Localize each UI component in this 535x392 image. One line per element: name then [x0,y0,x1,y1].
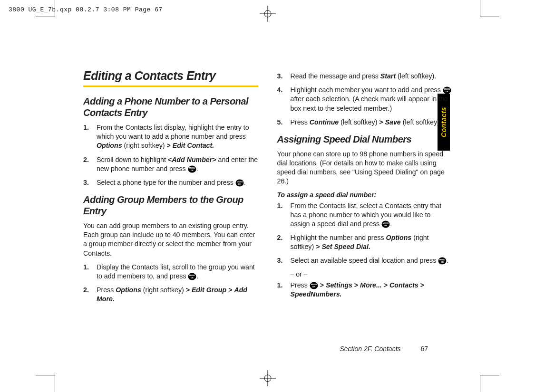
sd-step-3: Select an available speed dial location … [277,256,452,265]
menu-ok-icon: MENUOK [443,86,451,95]
footer-page-number: 67 [420,345,428,353]
subhead-add-phone: Adding a Phone Number to a Personal Cont… [83,96,258,118]
subhead-speed-dial: Assigning Speed Dial Numbers [277,134,452,145]
group-step-1: Display the Contacts list, scroll to the… [83,263,258,281]
sd-step-1: From the Contacts list, select a Contact… [277,201,452,229]
sd-step-2: Highlight the number and press Options (… [277,233,452,251]
steps-speed-dial: From the Contacts list, select a Contact… [277,201,452,266]
step-3: Select a phone type for the number and p… [83,178,258,187]
svg-text:OK: OK [191,169,194,172]
sd-alt-step-1: Press MENUOK > Settings > More... > [277,281,452,299]
footer-section: Section 2F. Contacts [340,345,400,353]
menu-ok-icon: MENUOK [381,220,390,229]
menu-ok-icon: MENUOK [188,272,196,281]
svg-text:OK: OK [312,286,315,288]
or-separator: – or – [291,270,452,278]
steps-continued: Read the message and press Start (left s… [277,72,452,127]
lead-speed-dial: To assign a speed dial number: [277,191,452,199]
group-step-2: Press Options (right softkey) > Edit Gro… [83,286,258,304]
crop-mark [480,375,480,392]
menu-ok-icon: MENUOK [310,281,318,290]
cont-step-4: Highlight each member you want to add an… [277,86,452,113]
svg-text:OK: OK [191,277,194,279]
menu-ok-icon: MENUOK [438,257,447,265]
step-2: Scroll down to highlight <Add Number> an… [83,155,258,173]
crop-mark [36,375,55,375]
svg-text:OK: OK [441,261,444,263]
steps-add-phone: From the Contacts list display, highligh… [83,123,258,187]
crop-mark [480,375,499,375]
page-footer: Section 2F. Contacts 67 [340,345,428,353]
svg-text:OK: OK [238,183,241,185]
page-title: Editing a Contacts Entry [83,69,258,87]
menu-ok-icon: MENUOK [188,165,196,173]
crop-mark [480,17,499,17]
crop-mark [36,17,55,17]
subhead-add-group: Adding Group Members to the Group Entry [83,194,258,217]
step-1: From the Contacts list display, highligh… [83,123,258,151]
paragraph-speed-dial-intro: Your phone can store up to 98 phone numb… [277,150,452,186]
steps-add-group: Display the Contacts list, scroll to the… [83,263,258,304]
menu-ok-icon: MENUOK [235,179,244,187]
cont-step-5: Press Continue (left softkey) > Save (le… [277,118,452,127]
right-column: Read the message and press Start (left s… [277,69,452,308]
svg-text:OK: OK [446,90,448,93]
page-body: Contacts Editing a Contacts Entry Adding… [55,17,480,375]
prepress-header: 3800 UG_E_7b.qxp 08.2.7 3:08 PM Page 67 [9,6,163,13]
paragraph-group-intro: You can add group members to an existing… [83,221,258,258]
left-column: Editing a Contacts Entry Adding a Phone … [83,69,258,308]
crop-mark [55,375,55,392]
steps-speed-dial-alt: Press MENUOK > Settings > More... > [277,281,452,299]
svg-text:OK: OK [384,224,387,227]
cont-step-3: Read the message and press Start (left s… [277,72,452,81]
crop-mark [480,0,480,17]
